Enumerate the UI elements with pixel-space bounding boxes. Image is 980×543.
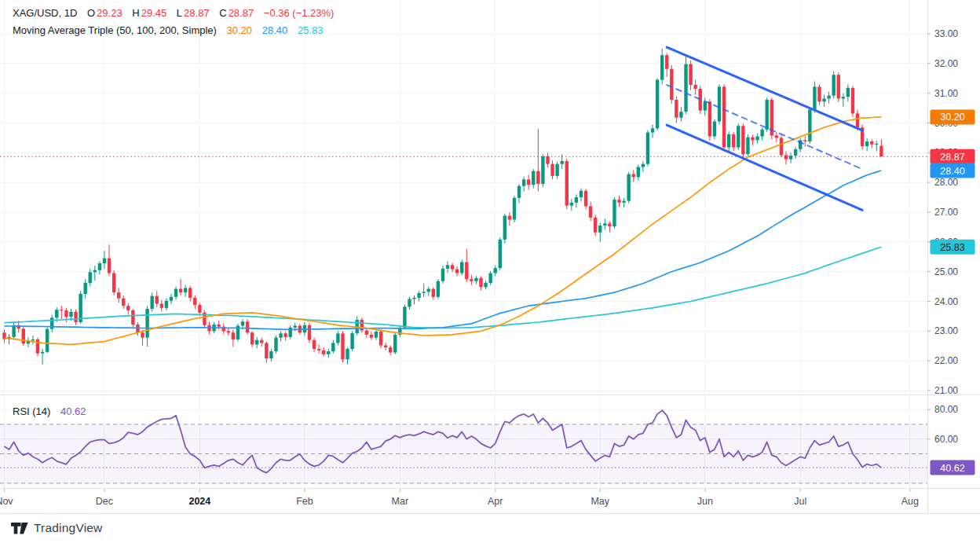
ohlc-open-label: O — [87, 7, 95, 19]
ohlc-low-value: 28.87 — [184, 7, 210, 19]
ma200-value: 25.83 — [298, 24, 324, 36]
indicator-legend[interactable]: Moving Average Triple (50, 100, 200, Sim… — [13, 24, 323, 36]
rsi-pane[interactable] — [0, 395, 927, 488]
brand-name: TradingView — [34, 521, 103, 535]
ohlc-low-label: L — [177, 7, 182, 19]
ohlc-close-label: C — [219, 7, 226, 19]
rsi-legend[interactable]: RSI (14) 40.62 — [13, 405, 86, 417]
ma50-value: 30.20 — [227, 24, 253, 36]
ohlc-close-value: 28.87 — [229, 7, 254, 19]
rsi-title: RSI (14) — [13, 405, 50, 417]
ohlc-high-value: 29.45 — [141, 7, 167, 19]
symbol-legend[interactable]: XAG/USD, 1D O29.23 H29.45 L28.87 C28.87 … — [13, 7, 334, 19]
tradingview-logo-icon — [11, 523, 28, 534]
ohlc-open-value: 29.23 — [97, 7, 122, 19]
price-scale-axis[interactable] — [927, 0, 980, 488]
ohlc-high-label: H — [132, 7, 139, 19]
ma100-value: 28.40 — [262, 24, 288, 36]
tradingview-attribution[interactable]: TradingView — [11, 519, 103, 537]
symbol-title: XAG/USD, 1D — [13, 7, 77, 19]
change-value: −0.36 (−1.23%) — [264, 7, 335, 19]
indicator-title: Moving Average Triple (50, 100, 200, Sim… — [13, 24, 217, 36]
time-scale-axis[interactable] — [0, 489, 980, 514]
rsi-value: 40.62 — [60, 405, 86, 417]
price-pane[interactable] — [0, 0, 927, 394]
tradingview-chart-window: 21.0022.0023.0024.0025.0026.0027.0028.00… — [0, 0, 980, 543]
